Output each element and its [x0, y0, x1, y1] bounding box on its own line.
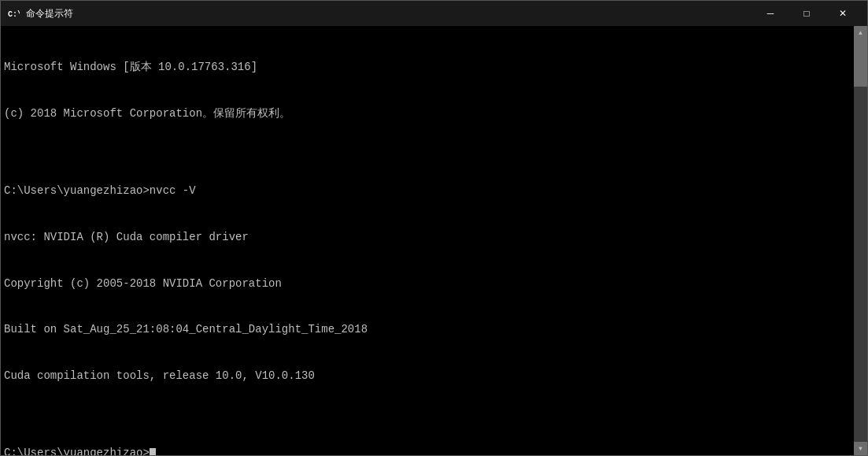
- terminal-prompt-line: C:\Users\yuangezhizao>: [4, 446, 851, 455]
- terminal-body[interactable]: Microsoft Windows [版本 10.0.17763.316] (c…: [1, 26, 867, 455]
- maximize-button[interactable]: □: [789, 1, 825, 26]
- title-bar: C:\ 命令提示符 ─ □ ✕: [1, 1, 867, 26]
- terminal-line-1: Microsoft Windows [版本 10.0.17763.316]: [4, 60, 851, 76]
- minimize-button[interactable]: ─: [752, 1, 789, 26]
- scrollbar[interactable]: ▲ ▼: [854, 26, 867, 455]
- svg-text:C:\: C:\: [8, 10, 20, 19]
- title-bar-left: C:\ 命令提示符: [7, 7, 73, 20]
- terminal-line-6: Copyright (c) 2005-2018 NVIDIA Corporati…: [4, 276, 851, 292]
- scroll-up-arrow[interactable]: ▲: [854, 26, 867, 39]
- scroll-down-arrow[interactable]: ▼: [854, 442, 867, 455]
- terminal-line-4: C:\Users\yuangezhizao>nvcc -V: [4, 184, 851, 199]
- scroll-thumb[interactable]: [854, 39, 867, 87]
- window-title: 命令提示符: [26, 7, 73, 20]
- terminal-line-7: Built on Sat_Aug_25_21:08:04_Central_Day…: [4, 322, 851, 338]
- terminal-cursor: [150, 448, 156, 455]
- window-controls: ─ □ ✕: [752, 1, 861, 26]
- close-button[interactable]: ✕: [825, 1, 861, 26]
- cmd-icon: C:\: [7, 7, 20, 20]
- terminal-content[interactable]: Microsoft Windows [版本 10.0.17763.316] (c…: [1, 26, 854, 455]
- terminal-line-5: nvcc: NVIDIA (R) Cuda compiler driver: [4, 230, 851, 246]
- terminal-line-2: (c) 2018 Microsoft Corporation。保留所有权利。: [4, 106, 851, 122]
- scroll-track[interactable]: [854, 39, 867, 442]
- cmd-window: C:\ 命令提示符 ─ □ ✕ Microsoft Windows [版本 10…: [0, 0, 868, 456]
- terminal-line-8: Cuda compilation tools, release 10.0, V1…: [4, 369, 851, 384]
- terminal-prompt: C:\Users\yuangezhizao>: [4, 447, 150, 455]
